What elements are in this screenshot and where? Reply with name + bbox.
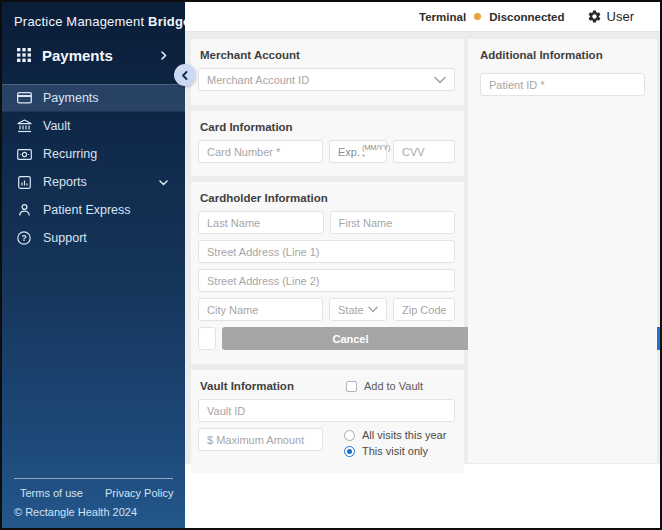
sidebar-item-label: Support <box>43 231 171 245</box>
terms-of-use-link[interactable]: Terms of use <box>20 487 83 499</box>
vault-information-heading: Vault Information <box>198 370 294 392</box>
zip-code-input[interactable] <box>393 298 455 321</box>
add-to-vault-checkbox[interactable] <box>346 381 357 392</box>
exp-format-label: (MM/YY) * <box>362 143 390 161</box>
first-name-input[interactable] <box>330 211 456 234</box>
user-label: User <box>607 9 634 24</box>
main-content: Merchant Account Merchant Account ID Car… <box>185 32 660 464</box>
bank-icon <box>16 118 32 134</box>
sidebar-item-label: Payments <box>43 91 171 105</box>
user-menu[interactable]: User <box>587 9 634 24</box>
sidebar-item-support[interactable]: ? Support <box>2 224 185 252</box>
sidebar-footer: Terms of use Privacy Policy © Rectangle … <box>2 478 185 524</box>
this-visit-radio-option[interactable]: This visit only <box>344 445 446 457</box>
merchant-account-placeholder: Merchant Account ID <box>207 74 434 86</box>
this-visit-radio[interactable] <box>344 446 355 457</box>
card-information-heading: Card Information <box>198 111 455 133</box>
merchant-account-heading: Merchant Account <box>198 39 455 61</box>
app-logo: Practice Management Bridge® <box>2 2 185 29</box>
sidebar-section-payments[interactable]: Payments <box>2 40 185 70</box>
vault-information-section: Vault Information Add to Vault All visit… <box>191 370 464 473</box>
city-name-input[interactable] <box>198 298 323 321</box>
sidebar-item-label: Vault <box>43 119 171 133</box>
add-to-vault-checkbox-group[interactable]: Add to Vault <box>346 380 423 392</box>
cardholder-information-section: Cardholder Information State <box>191 182 464 364</box>
credit-card-icon <box>16 90 32 106</box>
patient-id-input[interactable] <box>480 73 645 96</box>
sidebar-item-recurring[interactable]: Recurring <box>2 140 185 168</box>
chevron-down-icon <box>155 174 171 190</box>
terminal-status-dot <box>474 13 481 20</box>
sidebar-item-vault[interactable]: Vault <box>2 112 185 140</box>
exp-label: Exp. <box>338 146 360 158</box>
chevron-down-icon <box>368 306 378 313</box>
chevron-down-icon <box>434 76 446 84</box>
vault-id-input[interactable] <box>198 399 455 422</box>
copyright-text: © Rectangle Health 2024 <box>12 499 175 524</box>
last-name-input[interactable] <box>198 211 324 234</box>
sidebar-item-label: Recurring <box>43 147 171 161</box>
terminal-status-text: Disconnected <box>489 11 564 23</box>
cancel-button[interactable]: Cancel <box>222 327 479 350</box>
maximum-amount-input[interactable] <box>198 428 323 451</box>
footer-divider <box>14 478 173 479</box>
app-window: Practice Management Bridge® Payments <box>0 0 662 530</box>
person-icon <box>16 202 32 218</box>
bar-chart-icon <box>16 174 32 190</box>
sidebar-item-reports[interactable]: Reports <box>2 168 185 196</box>
sidebar-section-label: Payments <box>42 47 145 64</box>
chevron-left-icon <box>181 71 189 80</box>
sidebar-item-payments[interactable]: Payments <box>2 84 185 112</box>
question-icon: ? <box>16 230 32 246</box>
this-visit-label: This visit only <box>362 445 428 457</box>
cardholder-information-heading: Cardholder Information <box>198 182 455 204</box>
card-information-section: Card Information Exp. (MM/YY) * <box>191 111 464 176</box>
logo-prefix: Practice Management <box>14 14 148 29</box>
sidebar-menu: Payments Vault <box>2 84 185 252</box>
terminal-label: Terminal <box>419 11 466 23</box>
cvv-input[interactable] <box>393 140 455 163</box>
sidebar-item-label: Reports <box>43 175 144 189</box>
grid-icon <box>16 47 32 63</box>
sidebar-collapse-button[interactable] <box>174 64 196 86</box>
visit-radio-group: All visits this year This visit only <box>344 428 446 457</box>
street-address-2-input[interactable] <box>198 269 455 292</box>
top-header: Terminal Disconnected User <box>185 2 660 32</box>
all-visits-radio[interactable] <box>344 430 355 441</box>
chevron-right-icon <box>155 47 171 63</box>
additional-information-panel: Additional Information <box>468 39 657 463</box>
card-expiration-input[interactable]: Exp. (MM/YY) * <box>329 140 387 163</box>
state-placeholder: State <box>338 304 368 316</box>
add-to-vault-label: Add to Vault <box>364 380 423 392</box>
gear-icon <box>587 9 602 24</box>
all-visits-radio-option[interactable]: All visits this year <box>344 429 446 441</box>
all-visits-label: All visits this year <box>362 429 446 441</box>
amount-input[interactable] <box>198 327 216 350</box>
sidebar: Practice Management Bridge® Payments <box>2 2 185 528</box>
svg-text:?: ? <box>21 233 26 243</box>
card-number-input[interactable] <box>198 140 323 163</box>
sidebar-item-label: Patient Express <box>43 203 171 217</box>
additional-information-heading: Additional Information <box>480 39 645 61</box>
sidebar-item-patient-express[interactable]: Patient Express <box>2 196 185 224</box>
street-address-1-input[interactable] <box>198 240 455 263</box>
merchant-account-dropdown[interactable]: Merchant Account ID <box>198 68 455 91</box>
state-dropdown[interactable]: State <box>329 298 387 321</box>
payment-form-column: Merchant Account Merchant Account ID Car… <box>191 39 464 479</box>
cash-icon <box>16 146 32 162</box>
merchant-account-section: Merchant Account Merchant Account ID <box>191 39 464 105</box>
privacy-policy-link[interactable]: Privacy Policy <box>105 487 173 499</box>
